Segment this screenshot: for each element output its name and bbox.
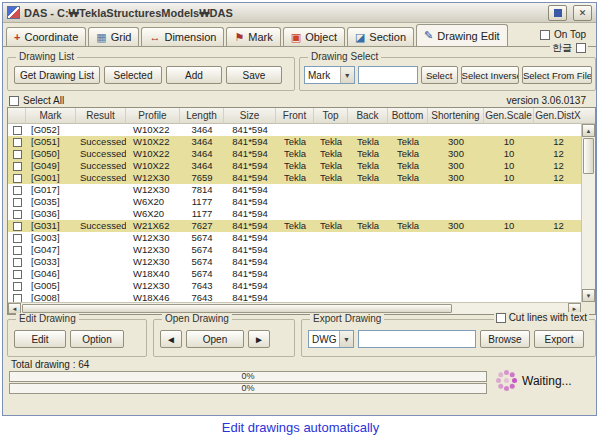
cell-mark: [G051] bbox=[26, 136, 76, 148]
row-checkbox[interactable] bbox=[13, 150, 22, 159]
select-type-combo[interactable]: Mark ▼ bbox=[304, 66, 355, 84]
hangul-checkbox[interactable] bbox=[576, 43, 586, 53]
row-checkbox[interactable] bbox=[13, 126, 22, 135]
table-row[interactable]: [G046]W18X405674841*594 bbox=[8, 268, 581, 280]
open-previous-button[interactable]: ◄ bbox=[160, 330, 182, 348]
tab-dimension[interactable]: ↔ Dimension bbox=[141, 27, 224, 46]
window-button[interactable] bbox=[548, 5, 567, 21]
col-result[interactable]: Result bbox=[76, 108, 126, 124]
table-row[interactable]: [G003]W12X305674841*594 bbox=[8, 232, 581, 244]
tab-coordinate[interactable]: + Coordinate bbox=[6, 27, 86, 46]
cell-mark: [G017] bbox=[26, 184, 76, 196]
table-row[interactable]: [G008]W18X467643841*594 bbox=[8, 292, 581, 302]
tab-drawing-edit[interactable]: ✎ Drawing Edit bbox=[416, 24, 508, 46]
tab-grid[interactable]: ▦ Grid bbox=[88, 27, 139, 46]
row-checkbox[interactable] bbox=[13, 198, 22, 207]
export-button[interactable]: Export bbox=[534, 330, 584, 348]
select-inverse-button[interactable]: Select Inverse bbox=[461, 66, 519, 84]
select-from-file-button[interactable]: Select From File bbox=[522, 66, 592, 84]
cell-length: 5674 bbox=[180, 256, 224, 268]
cell-mark: [G049] bbox=[26, 160, 76, 172]
row-checkbox[interactable] bbox=[13, 162, 22, 171]
col-gen-scale[interactable]: Gen.Scale bbox=[484, 108, 534, 124]
cut-lines-checkbox[interactable] bbox=[496, 313, 506, 323]
table-row[interactable]: [G017]W12X307814841*594 bbox=[8, 184, 581, 196]
export-format-combo[interactable]: DWG ▼ bbox=[308, 330, 354, 348]
row-checkbox-cell bbox=[8, 234, 26, 243]
cell-bottom: Tekla bbox=[388, 160, 428, 172]
row-checkbox[interactable] bbox=[13, 294, 22, 303]
edit-button[interactable]: Edit bbox=[14, 330, 66, 348]
table-header: Mark Result Profile Length Size Front To… bbox=[8, 108, 595, 124]
cell-length: 7659 bbox=[180, 172, 224, 184]
col-length[interactable]: Length bbox=[180, 108, 224, 124]
table-row[interactable]: [G035]W6X201177841*594 bbox=[8, 196, 581, 208]
scroll-up-button[interactable]: ▲ bbox=[582, 124, 595, 137]
cell-profile: W10X22 bbox=[126, 124, 180, 136]
col-mark[interactable]: Mark bbox=[26, 108, 76, 124]
row-checkbox[interactable] bbox=[13, 246, 22, 255]
table-row[interactable]: [G052]W10X223464841*594 bbox=[8, 124, 581, 136]
open-button[interactable]: Open bbox=[186, 330, 244, 348]
tab-mark[interactable]: ⚑ Mark bbox=[226, 27, 280, 46]
cell-shortening: 300 bbox=[428, 136, 484, 148]
on-top-checkbox[interactable] bbox=[540, 30, 550, 40]
horizontal-scroll-thumb[interactable] bbox=[22, 304, 452, 313]
table-row[interactable]: [G036]W6X201177841*594 bbox=[8, 208, 581, 220]
table-row[interactable]: [G051]SuccessedW10X223464841*594TeklaTek… bbox=[8, 136, 581, 148]
save-button[interactable]: Save bbox=[226, 66, 282, 84]
table-row[interactable]: [G031]SuccessedW21X627627841*594TeklaTek… bbox=[8, 220, 581, 232]
open-next-button[interactable]: ► bbox=[248, 330, 270, 348]
tab-label: Grid bbox=[111, 31, 132, 43]
col-size[interactable]: Size bbox=[224, 108, 276, 124]
scroll-down-button[interactable]: ▼ bbox=[582, 289, 595, 302]
row-checkbox[interactable] bbox=[13, 258, 22, 267]
selected-button[interactable]: Selected bbox=[104, 66, 162, 84]
col-back[interactable]: Back bbox=[348, 108, 388, 124]
cell-length: 3464 bbox=[180, 124, 224, 136]
table-row[interactable]: [G050]SuccessedW10X223464841*594TeklaTek… bbox=[8, 148, 581, 160]
row-checkbox[interactable] bbox=[13, 270, 22, 279]
table-row[interactable]: [G047]W12X305674841*594 bbox=[8, 244, 581, 256]
cell-back: Tekla bbox=[348, 172, 388, 184]
get-drawing-list-button[interactable]: Get Drawing List bbox=[14, 66, 100, 84]
row-checkbox[interactable] bbox=[13, 210, 22, 219]
cell-length: 1177 bbox=[180, 196, 224, 208]
dimension-icon: ↔ bbox=[149, 32, 160, 43]
col-gen-distx[interactable]: Gen.DistX bbox=[534, 108, 583, 124]
cell-gen-dist: 12 bbox=[534, 220, 581, 232]
row-checkbox[interactable] bbox=[13, 222, 22, 231]
table-row[interactable]: [G033]W12X305674841*594 bbox=[8, 256, 581, 268]
table-row[interactable]: [G005]W12X307643841*594 bbox=[8, 280, 581, 292]
add-button[interactable]: Add bbox=[166, 66, 222, 84]
col-bottom[interactable]: Bottom bbox=[388, 108, 428, 124]
cell-gen-scale: 10 bbox=[484, 148, 534, 160]
cell-size: 841*594 bbox=[224, 160, 276, 172]
cell-size: 841*594 bbox=[224, 172, 276, 184]
col-top[interactable]: Top bbox=[314, 108, 348, 124]
row-checkbox[interactable] bbox=[13, 234, 22, 243]
row-checkbox[interactable] bbox=[13, 282, 22, 291]
row-checkbox[interactable] bbox=[13, 186, 22, 195]
vertical-scroll-thumb[interactable] bbox=[583, 138, 594, 174]
col-profile[interactable]: Profile bbox=[126, 108, 180, 124]
select-filter-input[interactable] bbox=[358, 66, 418, 84]
option-button[interactable]: Option bbox=[70, 330, 124, 348]
export-path-input[interactable] bbox=[358, 330, 476, 348]
select-all-label: Select All bbox=[23, 95, 64, 106]
titlebar[interactable]: DAS - C:₩TeklaStructuresModels₩DAS ✕ bbox=[3, 3, 596, 23]
row-checkbox[interactable] bbox=[13, 138, 22, 147]
select-button[interactable]: Select bbox=[421, 66, 458, 84]
browse-button[interactable]: Browse bbox=[480, 330, 530, 348]
vertical-scrollbar[interactable]: ▲ ▼ bbox=[581, 124, 595, 302]
tab-object[interactable]: ▣ Object bbox=[283, 27, 345, 46]
col-front[interactable]: Front bbox=[276, 108, 314, 124]
row-checkbox[interactable] bbox=[13, 174, 22, 183]
table-row[interactable]: [G049]SuccessedW10X223464841*594TeklaTek… bbox=[8, 160, 581, 172]
tab-section[interactable]: ◪ Section bbox=[347, 27, 414, 46]
close-button[interactable]: ✕ bbox=[573, 5, 592, 21]
col-shortening[interactable]: Shortening bbox=[428, 108, 484, 124]
table-row[interactable]: [G001]SuccessedW12X307659841*594TeklaTek… bbox=[8, 172, 581, 184]
arrow-left-icon: ◄ bbox=[12, 306, 18, 312]
select-all-checkbox[interactable] bbox=[9, 96, 19, 106]
